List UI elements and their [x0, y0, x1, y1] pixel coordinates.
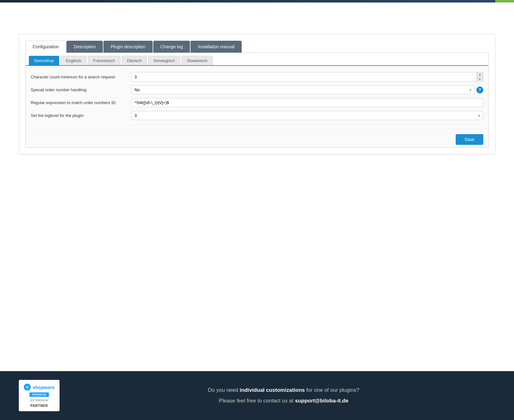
spinner-buttons: ▲ ▼ [476, 72, 483, 81]
footer-message: Do you need individual customizations fo… [72, 385, 495, 406]
save-row: Save [26, 129, 488, 147]
main-tabs: Configuration Description Plugin descrip… [25, 40, 489, 52]
label-char-count: Character count minimum for a search req… [31, 75, 131, 79]
input-regex[interactable] [131, 98, 483, 107]
label-loglevel: Set the loglevel for the plugin: [31, 113, 131, 118]
tab-plugin-description[interactable]: Plugin description [103, 41, 153, 53]
control-regex [131, 98, 483, 107]
control-loglevel: 3 2 1 0 ▼ [131, 111, 483, 120]
footer-line1-bold: individual customizations [240, 387, 305, 393]
footer-line1: Do you need individual customizations fo… [72, 385, 495, 396]
tab-change-log[interactable]: Change log [153, 41, 190, 53]
select-wrap-order-number: No Yes ▼ [131, 85, 475, 94]
select-order-number[interactable]: No Yes [131, 85, 475, 94]
shopware-logo-icon: G [24, 384, 31, 391]
lang-tab-englisch[interactable]: Englisch [60, 56, 87, 65]
label-order-number: Specail order number handling: [31, 87, 131, 92]
footer-line2: Please feel free to contact us at suppor… [72, 396, 495, 406]
save-button[interactable]: Save [456, 134, 483, 145]
lang-tab-norwegisch[interactable]: Norwegisch [148, 56, 180, 65]
config-panel: Demoshop Englisch Französisch Dänisch No… [25, 52, 489, 148]
tab-installation-manual[interactable]: Installation manual [191, 41, 242, 53]
form-row-regex: Regular expression to match order number… [31, 98, 483, 107]
spinner-up[interactable]: ▲ [477, 72, 483, 77]
lang-tabs: Demoshop Englisch Französisch Dänisch No… [26, 53, 488, 66]
footer-line2-prefix: Please feel free to contact us at [219, 398, 295, 404]
top-bar [0, 0, 514, 3]
lang-tab-slowenisch[interactable]: Slowenisch [181, 56, 213, 65]
input-char-count[interactable] [131, 72, 476, 81]
footer-line1-suffix: for one of our plugins? [305, 387, 359, 393]
help-icon-order-number[interactable]: ? [476, 87, 483, 93]
form-area: Character count minimum for a search req… [26, 66, 488, 129]
shopware-logo: G shopware [24, 384, 55, 391]
tab-configuration[interactable]: Configuration [25, 41, 66, 53]
lang-tab-daenisch[interactable]: Dänisch [122, 56, 147, 65]
control-char-count: ▲ ▼ [131, 72, 483, 81]
form-row-loglevel: Set the loglevel for the plugin: 3 2 1 0… [31, 111, 483, 120]
tab-description[interactable]: Description [66, 41, 103, 53]
lang-tab-demoshop[interactable]: Demoshop [29, 56, 59, 65]
footer-line1-prefix: Do you need [208, 387, 240, 393]
config-card: Configuration Description Plugin descrip… [19, 34, 495, 154]
form-row-char-count: Character count minimum for a search req… [31, 72, 483, 81]
extension-text: EXTENSION [30, 399, 48, 402]
spinner-down[interactable]: ▼ [477, 77, 483, 81]
spinner-char-count[interactable]: ▲ ▼ [131, 72, 483, 81]
shopware-label: shopware [33, 385, 55, 390]
footer-line2-bold: support@biloba-it.de [295, 398, 349, 404]
lang-tab-franzoesisch[interactable]: Französisch [88, 56, 120, 65]
shopware-badge: G shopware PREMIUM EXTENSION PARTNER [19, 380, 60, 411]
form-row-order-number: Specail order number handling: No Yes ▼ … [31, 85, 483, 94]
footer: G shopware PREMIUM EXTENSION PARTNER Do … [0, 371, 514, 420]
main-content: Configuration Description Plugin descrip… [0, 3, 514, 371]
partner-text: PARTNER [30, 404, 48, 407]
select-wrap-loglevel: 3 2 1 0 ▼ [131, 111, 483, 120]
control-order-number: No Yes ▼ ? [131, 85, 483, 94]
select-loglevel[interactable]: 3 2 1 0 [131, 111, 483, 120]
label-regex: Regular expression to match order number… [31, 100, 131, 105]
premium-badge: PREMIUM [29, 392, 49, 397]
